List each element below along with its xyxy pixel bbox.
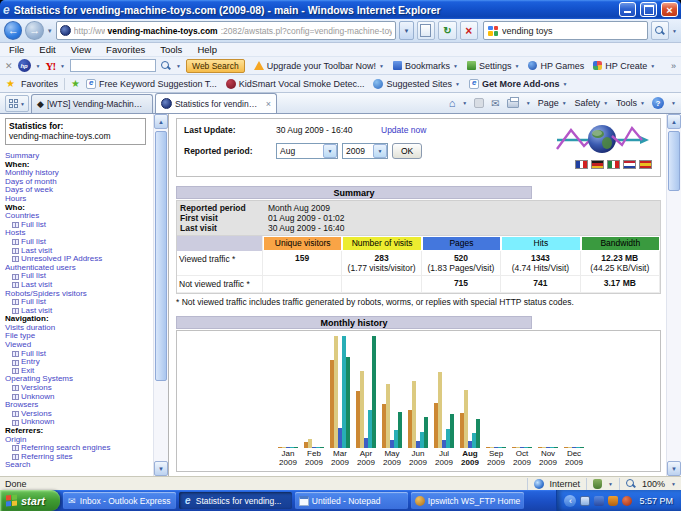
scrollbar-thumb[interactable] <box>668 131 680 191</box>
menu-help[interactable]: Help <box>197 44 217 55</box>
hp-logo-icon[interactable]: hp <box>18 59 31 72</box>
favorite-free-keyword-suggestion-t[interactable]: Free Keyword Suggestion T... <box>86 79 217 89</box>
dropdown-arrow-icon[interactable]: ▼ <box>36 63 41 69</box>
month-select[interactable]: Aug ▼ <box>276 143 338 159</box>
tab-wts-vending-machine-toy[interactable]: ◆[WTS] Vending-Machine-Toy... <box>31 94 153 113</box>
hidden-icons-chevron-icon[interactable]: ‹ <box>564 495 576 507</box>
help-icon[interactable]: ? <box>652 97 664 109</box>
close-tab-icon[interactable]: × <box>266 99 271 109</box>
maximize-button[interactable] <box>640 2 657 17</box>
yahoo-logo-icon[interactable]: Y! <box>46 60 56 72</box>
command-page[interactable]: Page▼ <box>538 98 567 108</box>
menu-tools[interactable]: Tools <box>160 44 182 55</box>
flag-spain-icon[interactable] <box>639 160 652 169</box>
scrollbar-thumb[interactable] <box>155 131 167 381</box>
task-ipswitch-ws-ftp-home[interactable]: Ipswitch WS_FTP Home <box>411 492 524 509</box>
command-tools[interactable]: Tools▼ <box>616 98 645 108</box>
flag-netherlands-icon[interactable] <box>623 160 636 169</box>
command-safety[interactable]: Safety▼ <box>575 98 608 108</box>
settings-icon <box>467 61 476 70</box>
toolbar-item-hp-games[interactable]: HP Games <box>528 61 584 71</box>
refresh-button[interactable] <box>438 21 456 40</box>
scroll-down-icon[interactable]: ▼ <box>667 461 681 476</box>
toolbar-item-settings[interactable]: Settings▼ <box>467 61 519 71</box>
sidebar-item-full-list[interactable]: Full list <box>5 221 151 230</box>
toolbar-item-label: HP Create <box>605 61 647 71</box>
recent-pages-dropdown-icon[interactable]: ▼ <box>47 28 53 34</box>
scrollbar-track[interactable] <box>667 129 681 461</box>
menu-view[interactable]: View <box>71 44 91 55</box>
zoom-dropdown-icon[interactable]: ▼ <box>671 481 676 487</box>
address-dropdown-icon[interactable]: ▼ <box>399 21 414 40</box>
year-select[interactable]: 2009 ▼ <box>342 143 388 159</box>
sidebar-item-hours[interactable]: Hours <box>5 195 151 204</box>
search-button[interactable] <box>651 21 669 40</box>
sidebar-item-days-of-week[interactable]: Days of week <box>5 186 151 195</box>
dropdown-arrow-icon[interactable]: ▼ <box>671 100 676 106</box>
favorite-kidsmart-vocal-smoke-detec[interactable]: KidSmart Vocal Smoke Detec... <box>226 79 365 89</box>
toolbar-close-icon[interactable]: ✕ <box>5 61 13 71</box>
back-button[interactable] <box>4 21 22 40</box>
stop-button[interactable] <box>460 21 478 40</box>
close-button[interactable] <box>661 2 678 17</box>
network-tray-icon[interactable] <box>594 496 604 506</box>
task-untitled-notepad[interactable]: Untitled - Notepad <box>295 492 408 509</box>
menu-file[interactable]: File <box>9 44 24 55</box>
favorites-star-icon[interactable]: ★ <box>6 79 15 89</box>
update-tray-icon[interactable] <box>622 496 632 506</box>
favorite-suggested-sites[interactable]: Suggested Sites▼ <box>373 79 460 89</box>
search-options-dropdown-icon[interactable]: ▼ <box>672 28 677 34</box>
update-now-link[interactable]: Update now <box>381 125 426 135</box>
month-label-may-2009: May2009 <box>383 450 401 467</box>
dropdown-arrow-icon[interactable]: ▼ <box>462 100 467 106</box>
scroll-up-icon[interactable]: ▲ <box>667 114 681 129</box>
task-inbox-outlook-express[interactable]: Inbox - Outlook Express <box>63 492 176 509</box>
display-tray-icon[interactable] <box>580 496 590 506</box>
menu-favorites[interactable]: Favorites <box>106 44 145 55</box>
toolbar-search-input[interactable] <box>70 59 156 72</box>
tab-statistics-for-vending-ma[interactable]: Statistics for vending-ma...× <box>155 93 277 113</box>
toolbar-item-bookmarks[interactable]: Bookmarks▼ <box>393 61 458 71</box>
clock[interactable]: 5:57 PM <box>639 496 673 506</box>
ok-button[interactable]: OK <box>392 143 422 159</box>
toolbar-item-upgrade-your-toolbar-now[interactable]: Upgrade your Toolbar Now!▼ <box>254 61 384 71</box>
address-field[interactable]: http://www.vending-machine-toys.com:2082… <box>56 21 396 40</box>
favorite-get-more-add-ons[interactable]: Get More Add-ons▼ <box>469 79 568 89</box>
toolbar-item-hp-create[interactable]: HP Create▼ <box>593 61 655 71</box>
task-statistics-for-vending[interactable]: Statistics for vending... <box>179 492 292 509</box>
feeds-icon[interactable] <box>474 98 484 108</box>
dropdown-arrow-icon[interactable]: ▼ <box>526 100 531 106</box>
search-box[interactable] <box>483 21 648 40</box>
compatibility-view-button[interactable] <box>417 21 435 40</box>
dropdown-arrow-icon[interactable]: ▼ <box>60 63 65 69</box>
dropdown-arrow-icon[interactable]: ▼ <box>608 481 613 487</box>
web-search-button[interactable]: Web Search <box>186 59 245 73</box>
main-scrollbar[interactable]: ▲ ▼ <box>666 114 681 476</box>
security-tray-icon[interactable] <box>608 496 618 506</box>
mail-icon[interactable] <box>491 98 499 109</box>
forward-button[interactable] <box>25 21 43 40</box>
scrollbar-track[interactable] <box>154 129 168 461</box>
zoom-level[interactable]: 100% <box>642 479 665 489</box>
flag-france-icon[interactable] <box>575 160 588 169</box>
flag-italy-icon[interactable] <box>607 160 620 169</box>
add-favorite-icon[interactable]: ★ <box>71 79 80 89</box>
favorites-label[interactable]: Favorites <box>21 79 58 89</box>
print-icon[interactable] <box>507 99 519 108</box>
flag-germany-icon[interactable] <box>591 160 604 169</box>
protected-mode-icon[interactable] <box>593 479 602 489</box>
sidebar-item-search[interactable]: Search <box>5 461 151 470</box>
home-icon[interactable] <box>449 97 456 109</box>
sidebar-scrollbar[interactable]: ▲ ▼ <box>153 114 168 476</box>
scroll-down-icon[interactable]: ▼ <box>154 461 168 476</box>
toolbar-overflow-icon[interactable]: » <box>671 61 676 71</box>
minimize-button[interactable] <box>619 2 636 17</box>
start-button[interactable]: start <box>0 490 60 511</box>
menu-edit[interactable]: Edit <box>39 44 55 55</box>
quick-tabs-button[interactable]: ▼ <box>5 95 29 112</box>
scroll-up-icon[interactable]: ▲ <box>154 114 168 129</box>
dropdown-arrow-icon[interactable]: ▼ <box>176 63 181 69</box>
zoom-icon[interactable] <box>626 479 636 489</box>
search-input[interactable] <box>502 26 643 36</box>
window-title: Statistics for vending-machine-toys.com … <box>14 4 615 16</box>
